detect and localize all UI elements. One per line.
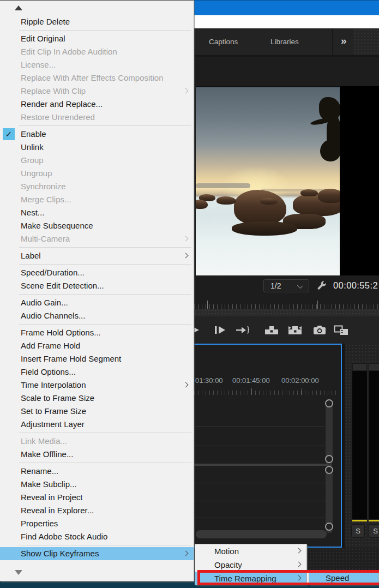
tab-captions[interactable]: Captions — [209, 38, 238, 46]
menu-item-make-subsequence[interactable]: Make Subsequence — [0, 219, 194, 232]
menu-item-adjustment-layer[interactable]: Adjustment Layer — [0, 418, 194, 431]
ruler-tick — [251, 388, 252, 395]
ruler-tick — [302, 388, 302, 395]
menu-item-reveal-in-project[interactable]: Reveal in Project — [0, 491, 194, 504]
menu-item-make-offline[interactable]: Make Offline... — [0, 448, 194, 461]
menu-item-audio-channels[interactable]: Audio Channels... — [0, 309, 194, 322]
solo-button[interactable]: S — [369, 524, 379, 538]
peak-indicator — [369, 520, 379, 521]
menu-item-edit-original[interactable]: Edit Original — [0, 32, 194, 45]
program-monitor-panel: 1/2 00:00:55:2 — [194, 57, 379, 344]
solo-button[interactable]: S — [351, 524, 365, 538]
scroll-up-icon — [15, 5, 22, 10]
menu-item-nest[interactable]: Nest... — [0, 206, 194, 219]
menu-item-find-adobe-stock-audio[interactable]: Find Adobe Stock Audio — [0, 530, 194, 543]
menu-item-time-interpolation[interactable]: Time Interpolation — [0, 379, 194, 392]
menu-item-unlink[interactable]: Unlink — [0, 141, 194, 154]
menu-item-properties[interactable]: Properties — [0, 517, 194, 530]
play-icon[interactable] — [194, 325, 200, 337]
monitor-zoom-bar[interactable] — [194, 309, 379, 316]
ruler-label: 01:30:00 — [195, 376, 223, 385]
menu-item-label[interactable]: Label — [0, 249, 194, 262]
menu-item-insert-frame-hold-segment[interactable]: Insert Frame Hold Segment — [0, 352, 194, 365]
menu-scroll-up[interactable] — [0, 1, 194, 15]
menu-separator — [19, 264, 191, 265]
menu-item-replace-with-clip: Replace With Clip — [0, 85, 194, 98]
submenu-arrow-icon — [183, 236, 189, 242]
scroll-down-icon[interactable] — [15, 570, 22, 575]
menu-item-ripple-delete[interactable]: Ripple Delete — [0, 15, 194, 28]
menu-item-set-to-frame-size[interactable]: Set to Frame Size — [0, 405, 194, 418]
timeline-ruler[interactable] — [194, 388, 339, 395]
settings-wrench-icon[interactable] — [315, 280, 327, 294]
tab-overflow-icon[interactable]: » — [341, 35, 346, 47]
scrollbar-handle[interactable] — [325, 399, 333, 407]
menu-item-merge-clips: Merge Clips... — [0, 193, 194, 206]
panel-texture — [353, 28, 379, 55]
menu-item-scale-to-frame-size[interactable]: Scale to Frame Size — [0, 392, 194, 405]
window-titlebar — [194, 0, 379, 15]
audio-meter — [352, 371, 367, 519]
ruler-tick — [207, 301, 208, 309]
menu-item-frame-hold-options[interactable]: Frame Hold Options... — [0, 326, 194, 339]
meter-header — [369, 363, 379, 370]
track-boundary — [194, 427, 325, 427]
timeline-panel[interactable]: 01:30:00 00:01:45:00 00:02:00:00 — [194, 344, 342, 548]
submenu-item-motion[interactable]: Motion — [195, 544, 306, 558]
menu-item-ungroup: Ungroup — [0, 167, 194, 180]
track-boundary — [194, 501, 325, 501]
monitor-controls: 1/2 00:00:55:2 — [194, 275, 379, 299]
video-pillarbox — [340, 86, 379, 275]
play-in-to-out-icon[interactable] — [236, 325, 251, 337]
menu-item-speed-duration[interactable]: Speed/Duration... — [0, 266, 194, 279]
submenu-arrow-icon — [183, 88, 189, 94]
submenu-arrow-icon — [183, 382, 189, 388]
track-boundary — [194, 446, 325, 446]
tab-libraries[interactable]: Libraries — [270, 38, 299, 46]
track-boundary — [194, 518, 325, 518]
ruler-label: 00:02:00:00 — [281, 376, 319, 385]
panel-tab-bar: Captions Libraries » — [194, 28, 379, 57]
timecode-display: 00:00:55:2 — [333, 280, 378, 291]
menu-item-synchronize: Synchronize — [0, 180, 194, 193]
menu-separator — [19, 294, 191, 295]
lift-icon[interactable] — [264, 325, 279, 337]
export-frame-camera-icon[interactable] — [313, 325, 326, 337]
video-audio-divider[interactable] — [194, 464, 332, 466]
step-forward-icon[interactable] — [214, 325, 226, 337]
menu-separator — [19, 545, 191, 545]
menubar-strip — [194, 15, 379, 28]
submenu-arrow-icon — [296, 548, 302, 554]
menu-item-show-clip-keyframes[interactable]: Show Clip Keyframes — [0, 547, 194, 560]
scrollbar-handle[interactable] — [325, 523, 333, 531]
monitor-scrubber-ruler[interactable] — [194, 299, 379, 309]
menu-item-reveal-in-explorer[interactable]: Reveal in Explorer... — [0, 504, 194, 517]
menu-separator — [19, 324, 191, 325]
menu-item-enable[interactable]: ✓Enable — [0, 128, 194, 141]
menu-item-make-subclip[interactable]: Make Subclip... — [0, 478, 194, 491]
scrollbar-handle[interactable] — [325, 455, 333, 463]
menu-separator — [19, 247, 191, 248]
menu-item-scene-edit-detection[interactable]: Scene Edit Detection... — [0, 279, 194, 292]
page-selector-dropdown[interactable]: 1/2 — [263, 279, 309, 292]
extract-icon[interactable] — [288, 325, 302, 337]
menu-item-add-frame-hold[interactable]: Add Frame Hold — [0, 339, 194, 352]
ruler-tick — [317, 301, 318, 309]
track-boundary — [194, 483, 325, 483]
clip-context-menu: Ripple Delete Edit Original Edit Clip In… — [0, 0, 194, 581]
audio-meters-panel: S S — [345, 344, 379, 548]
menu-item-audio-gain[interactable]: Audio Gain... — [0, 296, 194, 309]
comparison-view-icon[interactable] — [334, 325, 350, 338]
page-selector-value: 1/2 — [270, 281, 281, 290]
menu-item-render-and-replace[interactable]: Render and Replace... — [0, 98, 194, 111]
submenu-arrow-icon — [183, 551, 189, 556]
menu-item-field-options[interactable]: Field Options... — [0, 365, 194, 379]
menu-item-replace-with-after-effects-composition: Replace With After Effects Composition — [0, 71, 194, 85]
menu-item-group: Group — [0, 154, 194, 167]
chevron-down-icon — [297, 283, 303, 289]
scrollbar-handle[interactable] — [325, 466, 333, 474]
horizontal-scrollbar[interactable] — [196, 530, 327, 538]
program-monitor-video[interactable] — [196, 86, 340, 275]
menu-item-license: License... — [0, 58, 194, 71]
menu-item-rename[interactable]: Rename... — [0, 465, 194, 478]
